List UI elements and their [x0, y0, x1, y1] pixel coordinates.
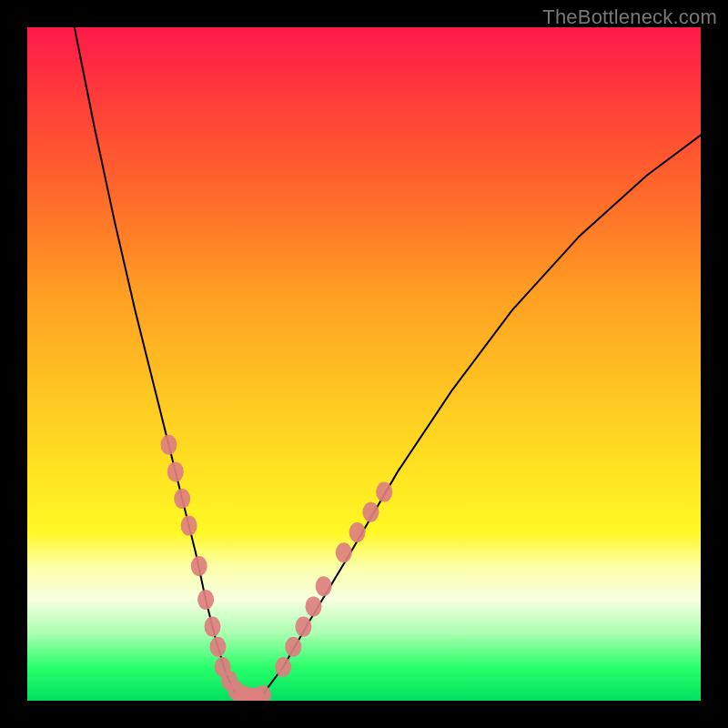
data-marker [205, 617, 221, 637]
data-marker [160, 435, 177, 455]
data-marker [316, 576, 332, 596]
curve-series [75, 27, 701, 701]
data-marker [295, 617, 311, 637]
chart-container: TheBottleneck.com [0, 0, 728, 728]
data-marker [306, 596, 322, 616]
data-marker [349, 522, 366, 542]
plot-area [27, 27, 701, 701]
data-marker [181, 516, 197, 536]
marker-series [160, 435, 392, 701]
data-marker [209, 637, 226, 657]
watermark-text: TheBottleneck.com [542, 5, 717, 29]
data-marker [174, 489, 190, 509]
data-marker [336, 542, 352, 562]
data-marker [275, 657, 291, 677]
bottleneck-curve-path [75, 27, 701, 701]
data-marker [376, 482, 392, 502]
data-marker [197, 590, 214, 610]
data-marker [285, 637, 301, 657]
data-marker [191, 556, 207, 576]
chart-svg [27, 27, 701, 701]
data-marker [167, 461, 184, 481]
data-marker [362, 502, 379, 522]
